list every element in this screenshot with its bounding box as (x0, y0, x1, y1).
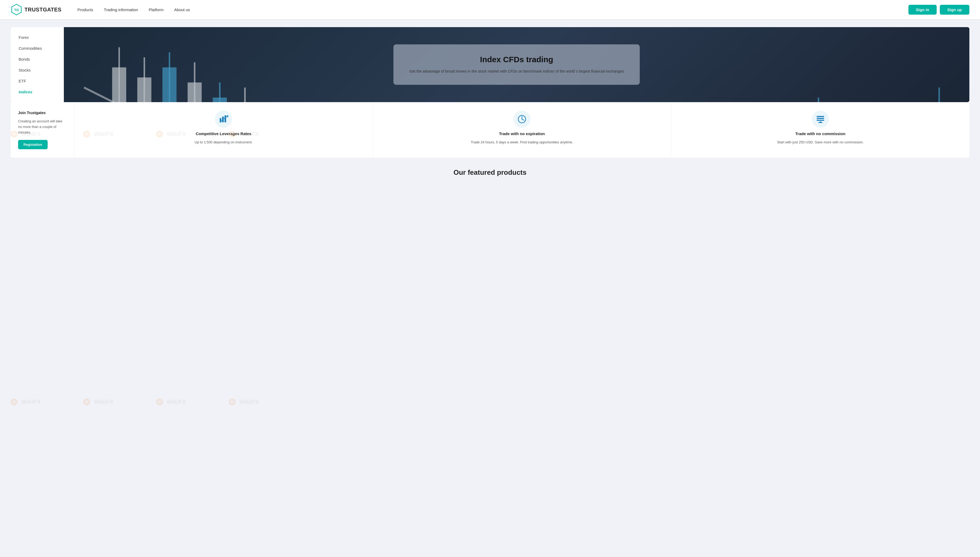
svg-rect-40 (817, 118, 824, 119)
logo[interactable]: TG TRUSTGATES (11, 4, 62, 15)
nav-products[interactable]: Products (77, 7, 93, 12)
svg-rect-41 (817, 120, 824, 121)
feature-card-commission: Trade with no commission Start with just… (671, 102, 969, 158)
features-section: Join Trustgates Creating an account will… (0, 102, 980, 158)
svg-line-38 (522, 119, 524, 120)
nav-about-us[interactable]: About us (174, 7, 190, 12)
svg-rect-3 (112, 67, 126, 102)
feature-card-expiration: Trade with no expiration Trade 24 hours,… (373, 102, 671, 158)
join-card: Join Trustgates Creating an account will… (11, 102, 75, 158)
signup-button[interactable]: Sign up (940, 5, 969, 15)
leverage-icon-wrap (215, 111, 232, 128)
header: TG TRUSTGATES Products Trading informati… (0, 0, 980, 19)
commission-desc: Start with just 250 USD. Save more with … (777, 140, 863, 145)
hero-title: Index CFDs trading (409, 55, 624, 64)
nav-platform[interactable]: Platform (149, 7, 164, 12)
sidebar-item-commodities[interactable]: Commodities (19, 46, 56, 50)
sidebar-item-bonds[interactable]: Bonds (19, 57, 56, 62)
svg-rect-39 (817, 116, 824, 117)
featured-products-title: Our featured products (11, 168, 969, 177)
hero-banner: Index CFDs trading Get the advantage of … (64, 27, 969, 102)
header-actions: Sign in Sign up (908, 5, 969, 15)
chart-bars-icon (219, 114, 228, 124)
nav-trading-information[interactable]: Trading information (104, 7, 138, 12)
svg-rect-9 (187, 83, 202, 102)
signin-button[interactable]: Sign in (908, 5, 937, 15)
logo-text: TRUSTGATES (24, 7, 62, 13)
hero-card: Index CFDs trading Get the advantage of … (394, 44, 640, 85)
commission-icon (816, 114, 825, 124)
feature-card-leverage: Competitive Leverages Rates Up to 1:500 … (75, 102, 373, 158)
featured-products-section: Our featured products (0, 158, 980, 182)
svg-rect-11 (213, 98, 227, 102)
expiration-title: Trade with no expiration (499, 131, 545, 136)
leverage-desc: Up to 1:500 depending on instrument. (195, 140, 253, 145)
main-content: Forex Commodities Bonds Stocks ETF Indic… (0, 19, 980, 102)
sidebar: Forex Commodities Bonds Stocks ETF Indic… (11, 27, 64, 102)
svg-rect-5 (137, 77, 151, 102)
clock-icon (517, 114, 527, 124)
svg-text:TG: TG (14, 8, 19, 12)
svg-rect-34 (225, 116, 226, 122)
main-nav: Products Trading information Platform Ab… (77, 7, 908, 12)
svg-rect-7 (163, 67, 177, 102)
sidebar-item-forex[interactable]: Forex (19, 35, 56, 40)
register-button[interactable]: Registation (18, 140, 47, 149)
join-title: Join Trustgates (18, 111, 67, 115)
leverage-title: Competitive Leverages Rates (196, 131, 251, 136)
join-description: Creating an account will take no more th… (18, 119, 67, 135)
sidebar-item-stocks[interactable]: Stocks (19, 68, 56, 72)
commission-title: Trade with no commission (795, 131, 845, 136)
features-row: Join Trustgates Creating an account will… (11, 102, 969, 158)
expiration-icon-wrap (513, 111, 531, 128)
hero-description: Get the advantage of broad moves in the … (409, 68, 624, 74)
svg-marker-42 (818, 121, 823, 123)
expiration-desc: Trade 24 hours, 5 days a week. Find trad… (471, 140, 573, 145)
commission-icon-wrap (812, 111, 829, 128)
sidebar-item-indices[interactable]: Indices (19, 90, 56, 94)
sidebar-item-etf[interactable]: ETF (19, 79, 56, 83)
logo-icon: TG (11, 4, 22, 15)
